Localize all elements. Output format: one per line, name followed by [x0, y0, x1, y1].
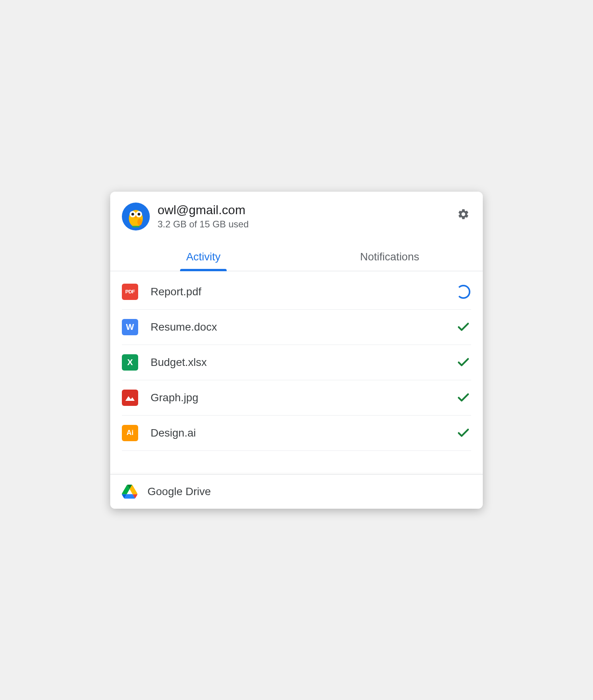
footer-label: Google Drive	[147, 485, 211, 498]
owl-icon	[126, 205, 146, 228]
account-email: owl@gmail.com	[158, 203, 456, 217]
account-info: owl@gmail.com 3.2 GB of 15 GB used	[158, 203, 456, 230]
check-icon	[456, 320, 470, 334]
file-name: Report.pdf	[151, 286, 456, 298]
check-icon	[456, 426, 470, 440]
check-icon	[456, 391, 470, 405]
tab-label: Activity	[186, 251, 221, 263]
status-done	[456, 425, 471, 441]
status-done	[456, 390, 471, 405]
image-icon	[122, 390, 138, 406]
file-name: Resume.docx	[151, 321, 456, 333]
gear-icon	[457, 208, 470, 220]
spinner-icon	[456, 285, 470, 299]
status-done	[456, 355, 471, 370]
settings-button[interactable]	[456, 206, 471, 222]
google-drive-icon	[122, 485, 137, 499]
storage-usage: 3.2 GB of 15 GB used	[158, 219, 456, 230]
drive-activity-panel: owl@gmail.com 3.2 GB of 15 GB used Activ…	[110, 192, 483, 509]
svg-point-4	[138, 213, 140, 215]
file-name: Graph.jpg	[151, 392, 456, 404]
docx-icon: W	[122, 319, 138, 335]
svg-marker-8	[125, 396, 135, 401]
file-row[interactable]: X Budget.xlsx	[122, 345, 471, 380]
mountain-icon	[125, 394, 135, 402]
ai-icon: Ai	[122, 425, 138, 441]
file-row[interactable]: Graph.jpg	[122, 380, 471, 416]
file-row[interactable]: PDF Report.pdf	[122, 274, 471, 310]
tab-label: Notifications	[360, 251, 420, 263]
footer[interactable]: Google Drive	[110, 474, 483, 509]
xlsx-icon: X	[122, 354, 138, 371]
tab-notifications[interactable]: Notifications	[296, 242, 483, 271]
svg-point-3	[132, 213, 134, 215]
status-done	[456, 319, 471, 335]
tabs: Activity Notifications	[110, 242, 483, 271]
file-row[interactable]: Ai Design.ai	[122, 416, 471, 451]
header: owl@gmail.com 3.2 GB of 15 GB used	[110, 192, 483, 234]
status-uploading	[456, 284, 471, 300]
file-name: Design.ai	[151, 427, 456, 439]
check-icon	[456, 355, 470, 369]
file-name: Budget.xlsx	[151, 356, 456, 369]
svg-rect-7	[132, 226, 139, 227]
file-list: PDF Report.pdf W Resume.docx X Budget.xl…	[110, 271, 483, 474]
avatar[interactable]	[122, 203, 150, 230]
file-row[interactable]: W Resume.docx	[122, 310, 471, 345]
pdf-icon: PDF	[122, 284, 138, 300]
svg-point-6	[137, 218, 142, 225]
tab-activity[interactable]: Activity	[110, 242, 296, 271]
